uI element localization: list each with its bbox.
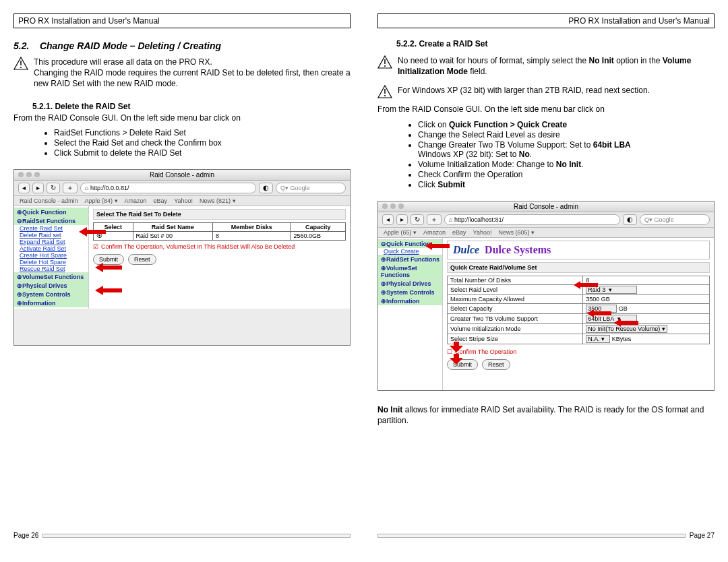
- reset-button[interactable]: Reset: [482, 359, 510, 370]
- window-titlebar: Raid Console - admin: [14, 170, 350, 181]
- brand-name: Dulce Systems: [485, 244, 551, 256]
- reload-button[interactable]: ↻: [47, 183, 60, 193]
- submit-button[interactable]: Submit: [93, 254, 124, 265]
- sidebar-group-volumeset[interactable]: ⊕VolumeSet Functions: [14, 272, 88, 281]
- bullet-item: Volume Initialization Mode: Change to No…: [418, 160, 715, 169]
- forward-button[interactable]: ▸: [396, 214, 408, 225]
- lead-text-right: From the RAID Console GUI. On the left s…: [377, 104, 715, 115]
- forward-button[interactable]: ▸: [32, 183, 44, 193]
- sidebar-item[interactable]: Delete Hot Spare: [14, 259, 88, 266]
- checkbox-icon[interactable]: ☐: [447, 348, 452, 355]
- sidebar: ⊖Quick Function Quick Create ⊕RaidSet Fu…: [378, 238, 443, 390]
- sidebar-group-raidset[interactable]: ⊕RaidSet Functions: [378, 255, 442, 263]
- sidebar-group-info[interactable]: ⊕Information: [14, 299, 88, 307]
- sidebar-item[interactable]: Create Hot Spare: [14, 252, 88, 259]
- sidebar-group-quick[interactable]: ⊖Quick Function: [378, 239, 442, 248]
- bullet-item: Change the Select Raid Level as desire: [418, 130, 715, 139]
- submit-button[interactable]: Submit: [447, 359, 478, 370]
- add-button[interactable]: ＋: [427, 214, 442, 225]
- checkbox-icon[interactable]: ☑: [93, 243, 98, 250]
- confirm-row[interactable]: ☑ Confirm The Operation, VolumeSet In Th…: [93, 243, 346, 250]
- panel-title: Select The Raid Set To Delete: [93, 209, 346, 220]
- main-panel: Select The Raid Set To Delete Select Rai…: [89, 206, 350, 309]
- footer-left: Page 26: [13, 532, 351, 539]
- reset-button[interactable]: Reset: [128, 254, 156, 265]
- back-button[interactable]: ◂: [18, 183, 30, 193]
- warning-icon: [377, 55, 392, 69]
- raidset-table: Select Raid Set Name Member Disks Capaci…: [93, 222, 346, 241]
- confirm-row[interactable]: ☐ Confirm The Operation: [447, 348, 710, 355]
- sidebar-group-system[interactable]: ⊕System Controls: [378, 288, 442, 296]
- table-row[interactable]: ⦿ Raid Set # 00 8 2560.0GB: [94, 231, 346, 240]
- sidebar-group-info[interactable]: ⊕Information: [378, 296, 442, 305]
- panel-title: Quick Create Raid/Volume Set: [447, 262, 710, 273]
- capacity-input[interactable]: 3500: [586, 305, 617, 313]
- warning-icon: [377, 85, 392, 98]
- search-field[interactable]: Q▾ Google: [276, 183, 346, 193]
- form-row: Select Capacity3500 GB: [448, 303, 710, 313]
- sidebar-item-delete[interactable]: Delete Raid set: [14, 232, 88, 239]
- header-bar-left: PRO RX Installation and User's Manual: [13, 13, 351, 28]
- raid-level-select[interactable]: Raid 3 ▾: [586, 286, 637, 294]
- window-controls[interactable]: [18, 172, 40, 177]
- form-row: Select Stripe SizeN.A. ▾ KBytes: [448, 334, 710, 344]
- form-row: Greater Two TB Volume Support64bit LBA ▾: [448, 313, 710, 323]
- sidebar-group-physical[interactable]: ⊕Physical Drives: [14, 281, 88, 290]
- subsection-text: Delete the RAID Set: [55, 102, 130, 111]
- sidebar-item-quick-create[interactable]: Quick Create: [378, 248, 442, 255]
- bookmarks-bar[interactable]: Raid Console - admin Apple (84) ▾ Amazon…: [14, 196, 350, 206]
- sidebar: ⊕Quick Function ⊖RaidSet Functions Creat…: [14, 206, 89, 309]
- add-button[interactable]: ＋: [63, 183, 78, 193]
- subsection-number: 5.2.2.: [396, 39, 417, 49]
- warning-icon: [13, 57, 28, 70]
- sidebar-item[interactable]: Rescue Raid Set: [14, 266, 88, 272]
- warn-noinit: No need to wait for hours of format, sim…: [398, 55, 715, 77]
- section-number: 5.2.: [13, 40, 29, 51]
- col-capacity: Capacity: [291, 222, 346, 231]
- window-title: Raid Console - admin: [150, 171, 214, 179]
- sidebar-group-system[interactable]: ⊕System Controls: [14, 290, 88, 299]
- sidebar-group-quick[interactable]: ⊕Quick Function: [14, 208, 88, 216]
- confirm-text: Confirm The Operation: [455, 348, 516, 355]
- bullet-list-right: Click on Quick Function > Quick Create C…: [377, 119, 715, 190]
- bookmarks-bar[interactable]: Apple (65) ▾ Amazon eBay Yahoo! News (60…: [378, 228, 714, 238]
- back-button[interactable]: ◂: [382, 214, 394, 225]
- sidebar-item[interactable]: Activate Raid Set: [14, 245, 88, 252]
- subsection-title-delete: 5.2.1. Delete the RAID Set: [32, 102, 351, 111]
- intro-line1: This procedure will erase all data on th…: [34, 57, 212, 67]
- sidebar-group-volumeset[interactable]: ⊕VolumeSet Functions: [378, 263, 442, 279]
- section-text: Change RAID Mode – Deleting / Creating: [40, 40, 221, 51]
- header-bar-right: PRO RX Installation and User's Manual: [377, 13, 715, 28]
- svg-point-8: [384, 65, 386, 67]
- screenshot-create: Raid Console - admin ◂ ▸ ↻ ＋ ⌂ http://lo…: [377, 201, 715, 391]
- lead-text-left: From the RAID Console GUI. On the left s…: [13, 113, 351, 123]
- sidebar-item[interactable]: Expand Raid Set: [14, 239, 88, 245]
- svg-point-2: [20, 67, 22, 68]
- col-disks: Member Disks: [213, 222, 291, 231]
- bullet-item: Click on Quick Function > Quick Create: [418, 120, 715, 129]
- footer-rule: [377, 534, 686, 538]
- feed-button[interactable]: ◐: [623, 214, 637, 225]
- radio-select[interactable]: ⦿: [94, 231, 133, 240]
- window-controls[interactable]: [382, 204, 404, 209]
- browser-toolbar: ◂ ▸ ↻ ＋ ⌂ http://0.0.0.81/ ◐ Q▾ Google: [14, 181, 350, 196]
- stripe-select[interactable]: N.A. ▾: [586, 335, 610, 343]
- address-bar[interactable]: ⌂ http://localhost:81/: [444, 214, 620, 225]
- address-bar[interactable]: ⌂ http://0.0.0.81/: [80, 183, 256, 193]
- window-titlebar: Raid Console - admin: [378, 201, 714, 212]
- two-tb-select[interactable]: 64bit LBA ▾: [586, 315, 637, 323]
- form-row: Volume Initialization ModeNo Init(To Res…: [448, 323, 710, 334]
- screenshot-delete: Raid Console - admin ◂ ▸ ↻ ＋ ⌂ http://0.…: [13, 169, 351, 346]
- reload-button[interactable]: ↻: [411, 214, 424, 225]
- search-field[interactable]: Q▾ Google: [640, 214, 710, 225]
- page-right: PRO RX Installation and User's Manual 5.…: [377, 13, 715, 539]
- init-mode-select[interactable]: No Init(To Rescue Volume) ▾: [586, 325, 667, 333]
- brand-logo: Dulce: [453, 244, 479, 256]
- sidebar-group-physical[interactable]: ⊕Physical Drives: [378, 279, 442, 288]
- svg-point-11: [384, 95, 386, 96]
- feed-button[interactable]: ◐: [259, 183, 273, 193]
- sidebar-group-raidset[interactable]: ⊖RaidSet Functions: [14, 216, 88, 225]
- sidebar-item[interactable]: Create Raid Set: [14, 225, 88, 232]
- page-number: Page 26: [13, 532, 38, 539]
- confirm-text: Confirm The Operation, VolumeSet In This…: [101, 243, 295, 250]
